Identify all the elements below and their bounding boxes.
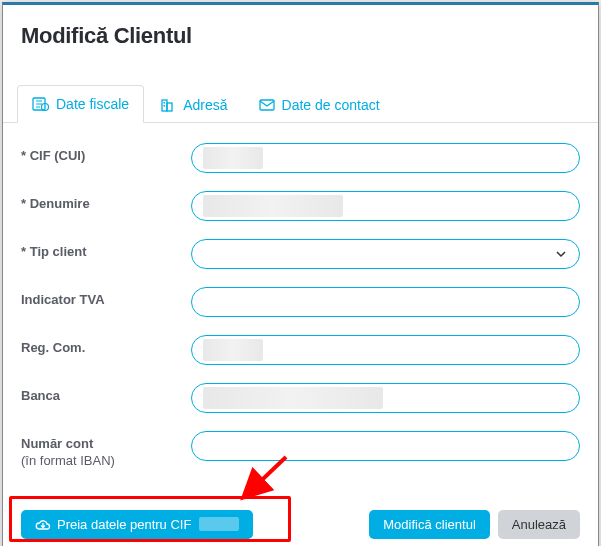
cif-input[interactable]: [191, 143, 580, 173]
fetch-by-cif-button[interactable]: Preia datele pentru CIF: [21, 510, 253, 539]
fetch-button-label: Preia datele pentru CIF: [57, 517, 191, 532]
modal-title: Modifică Clientul: [21, 23, 580, 49]
tab-contact[interactable]: Date de contact: [243, 85, 395, 123]
redacted-cif-suffix: [199, 517, 239, 531]
svg-rect-9: [260, 100, 274, 110]
denumire-label: * Denumire: [21, 191, 191, 213]
tip-client-select[interactable]: [191, 239, 580, 269]
numar-cont-input[interactable]: [191, 431, 580, 461]
tab-address[interactable]: Adresă: [144, 85, 242, 123]
tab-label: Adresă: [183, 97, 227, 113]
edit-client-modal: Modifică Clientul Date fiscale Adresă Da…: [2, 2, 599, 546]
modal-header: Modifică Clientul: [3, 5, 598, 59]
reg-com-label: Reg. Com.: [21, 335, 191, 357]
indicator-tva-label: Indicator TVA: [21, 287, 191, 309]
building-icon: [159, 97, 177, 113]
banca-input[interactable]: [191, 383, 580, 413]
tab-fiscal-data[interactable]: Date fiscale: [17, 85, 144, 123]
cif-label: * CIF (CUI): [21, 143, 191, 165]
tab-label: Date de contact: [282, 97, 380, 113]
svg-rect-7: [164, 102, 166, 104]
cloud-download-icon: [35, 518, 51, 531]
reg-com-input[interactable]: [191, 335, 580, 365]
form-body: * CIF (CUI) * Denumire * Tip client Indi…: [3, 123, 598, 498]
numar-cont-label: Număr cont (în format IBAN): [21, 431, 191, 470]
envelope-icon: [258, 97, 276, 113]
save-button[interactable]: Modifică clientul: [369, 510, 490, 539]
tab-bar: Date fiscale Adresă Date de contact: [3, 59, 598, 123]
modal-footer: Preia datele pentru CIF Modifică clientu…: [3, 498, 598, 546]
cancel-button[interactable]: Anulează: [498, 510, 580, 539]
banca-label: Banca: [21, 383, 191, 405]
tip-client-label: * Tip client: [21, 239, 191, 261]
invoice-icon: [32, 96, 50, 112]
indicator-tva-input[interactable]: [191, 287, 580, 317]
tab-label: Date fiscale: [56, 96, 129, 112]
denumire-input[interactable]: [191, 191, 580, 221]
svg-rect-6: [167, 103, 172, 111]
svg-rect-8: [164, 105, 166, 107]
